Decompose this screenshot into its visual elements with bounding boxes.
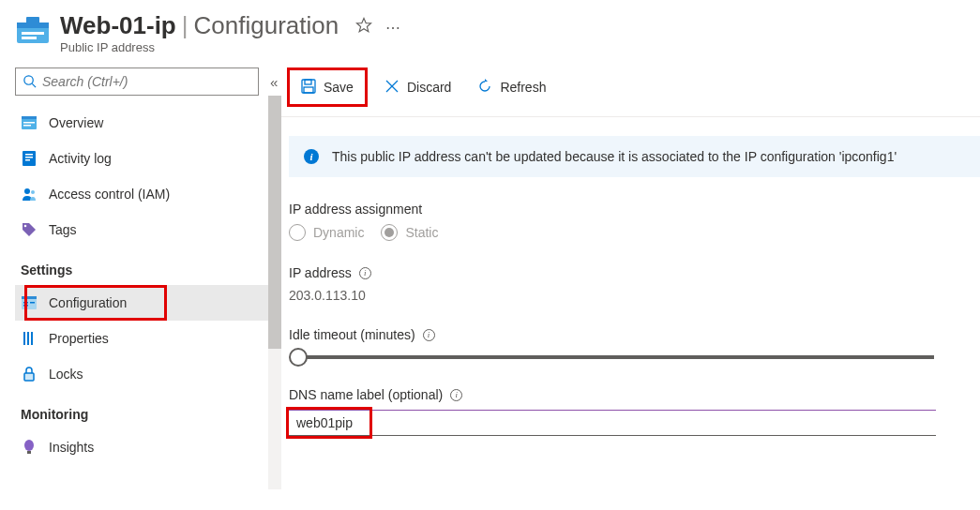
discard-button[interactable]: Discard [375,72,460,102]
ip-address-label: IP address i [289,265,980,280]
sidebar-item-access-control[interactable]: Access control (IAM) [15,176,281,212]
public-ip-icon [15,13,51,45]
favorite-button[interactable] [355,17,372,38]
sidebar-item-label: Tags [49,222,77,237]
sidebar-search-input[interactable] [15,68,259,96]
svg-rect-4 [22,37,37,39]
sidebar-item-label: Locks [49,367,83,382]
sidebar-item-label: Properties [49,331,109,346]
discard-icon [384,79,400,97]
svg-rect-9 [22,116,37,119]
resource-type: Public IP address [60,40,339,54]
svg-rect-12 [23,151,36,166]
ip-address-value: 203.0.113.10 [289,288,980,303]
insights-icon [21,439,38,456]
save-label: Save [324,80,354,95]
overview-icon [21,114,38,131]
refresh-label: Refresh [500,80,546,95]
slider-thumb[interactable] [289,348,308,367]
sidebar-item-label: Overview [49,115,103,130]
svg-rect-24 [23,332,25,345]
sidebar-item-insights[interactable]: Insights [15,429,281,465]
svg-point-16 [24,188,30,194]
collapse-sidebar-button[interactable]: « [270,74,278,90]
svg-rect-11 [23,125,31,127]
access-control-icon [21,186,38,202]
svg-rect-27 [24,373,34,381]
svg-rect-3 [22,32,44,35]
info-circle-icon[interactable]: i [423,329,435,341]
svg-rect-2 [26,17,39,23]
sidebar-item-label: Insights [49,440,94,455]
toolbar: Save Discard Refresh [281,68,980,117]
idle-timeout-label: Idle timeout (minutes) i [289,327,980,342]
svg-rect-14 [25,157,33,158]
dns-label: DNS name label (optional) i [289,387,980,402]
svg-point-6 [24,76,33,84]
ip-assignment-radios: Dynamic Static [289,224,980,241]
svg-rect-31 [305,80,311,84]
svg-point-18 [24,225,27,228]
locks-icon [21,366,38,382]
svg-point-28 [24,440,34,451]
svg-rect-15 [25,159,30,161]
radio-dynamic: Dynamic [289,224,364,241]
properties-icon [21,330,38,347]
sidebar-item-label: Configuration [49,295,127,310]
svg-rect-26 [31,332,33,345]
svg-rect-13 [25,154,33,156]
scrollbar-thumb[interactable] [268,96,281,349]
save-button[interactable]: Save [292,72,363,102]
discard-label: Discard [407,80,451,95]
dns-name-input[interactable] [289,410,936,436]
sidebar-item-label: Access control (IAM) [49,187,170,202]
save-icon [301,79,316,97]
svg-point-17 [31,190,35,194]
svg-rect-21 [23,302,28,304]
activity-log-icon [21,150,38,167]
tags-icon [21,221,38,238]
svg-rect-20 [22,296,37,299]
highlight-save: Save [287,68,368,107]
svg-rect-32 [304,87,313,93]
radio-static: Static [381,224,438,241]
svg-line-7 [32,83,36,87]
configuration-icon [21,294,38,311]
info-banner: i This public IP address can't be update… [289,136,980,177]
main-content: Save Discard Refresh i This public IP ad… [281,60,980,510]
title-separator: | [182,11,188,40]
sidebar-item-tags[interactable]: Tags [15,212,281,248]
idle-timeout-slider[interactable] [296,355,934,359]
sidebar: « Overview Activity log Access control (… [0,60,281,510]
ip-assignment-label: IP address assignment [289,202,980,217]
more-button[interactable]: ⋯ [385,19,402,37]
svg-rect-23 [30,302,35,304]
info-banner-text: This public IP address can't be updated … [332,149,897,164]
search-icon [23,74,37,92]
sidebar-item-label: Activity log [49,151,112,166]
svg-rect-29 [27,451,31,454]
refresh-icon [477,79,492,97]
refresh-button[interactable]: Refresh [468,72,555,102]
svg-rect-25 [27,332,29,345]
sidebar-item-configuration[interactable]: Configuration [15,285,281,321]
sidebar-item-activity-log[interactable]: Activity log [15,141,281,176]
svg-marker-5 [357,19,371,32]
sidebar-item-overview[interactable]: Overview [15,105,281,141]
sidebar-section-monitoring: Monitoring [15,392,281,429]
page-name: Configuration [194,11,339,40]
sidebar-section-settings: Settings [15,248,281,285]
page-header: Web-01-ip | Configuration Public IP addr… [0,0,980,60]
sidebar-scrollbar[interactable] [268,96,281,489]
info-circle-icon[interactable]: i [359,267,371,279]
info-icon: i [304,149,319,164]
svg-rect-22 [23,305,28,307]
resource-name: Web-01-ip [60,11,176,40]
info-circle-icon[interactable]: i [450,389,462,401]
sidebar-item-properties[interactable]: Properties [15,321,281,356]
sidebar-item-locks[interactable]: Locks [15,356,281,392]
svg-rect-10 [23,122,35,124]
